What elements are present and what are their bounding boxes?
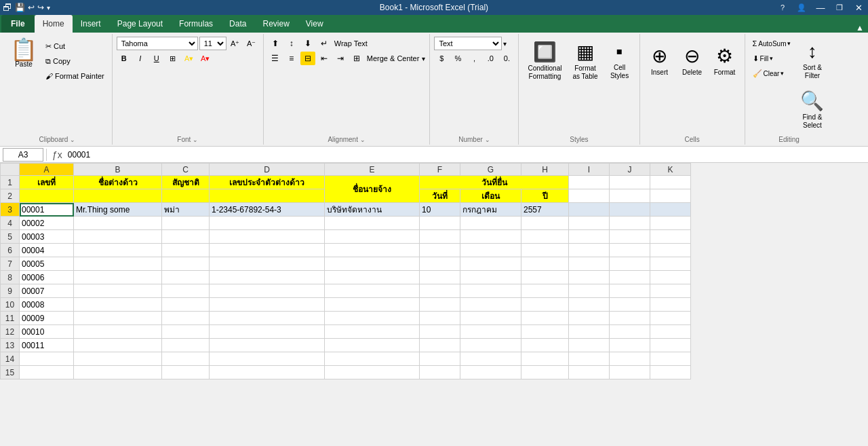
increase-font-btn[interactable]: A⁺: [228, 37, 243, 50]
comma-btn[interactable]: ,: [467, 52, 481, 65]
conditional-formatting-btn[interactable]: 🔲 ConditionalFormatting: [523, 37, 566, 84]
cell-E4[interactable]: [325, 217, 420, 230]
cell-G13[interactable]: [460, 339, 521, 352]
format-painter-button[interactable]: 🖌 Format Painter: [42, 69, 108, 83]
cell-B2[interactable]: [74, 189, 162, 203]
cell-K1[interactable]: [650, 176, 691, 189]
cell-E13[interactable]: [325, 339, 420, 352]
cell-F15[interactable]: [420, 366, 460, 379]
cell-C4[interactable]: [162, 217, 210, 230]
cell-G8[interactable]: [460, 271, 521, 284]
cell-K2[interactable]: [650, 189, 691, 203]
cell-H13[interactable]: [521, 339, 569, 352]
tab-view[interactable]: View: [298, 15, 332, 33]
cell-FGH1[interactable]: วันที่ยื่น: [420, 176, 569, 189]
cell-D8[interactable]: [210, 271, 325, 284]
qat-save[interactable]: 💾: [15, 3, 25, 12]
paste-button[interactable]: 📋 Paste: [7, 37, 41, 70]
clipboard-expand[interactable]: ⌄: [70, 136, 75, 143]
cell-A7[interactable]: 00005: [20, 257, 74, 271]
col-header-K[interactable]: K: [650, 164, 691, 176]
cell-C7[interactable]: [162, 257, 210, 271]
cell-D5[interactable]: [210, 230, 325, 244]
signin-icon[interactable]: 👤: [792, 0, 811, 15]
alignment-expand[interactable]: ⌄: [360, 136, 366, 143]
cell-B4[interactable]: [74, 217, 162, 230]
col-header-I[interactable]: I: [569, 164, 610, 176]
cell-H10[interactable]: [521, 298, 569, 312]
cell-E7[interactable]: [325, 257, 420, 271]
cell-D4[interactable]: [210, 217, 325, 230]
cell-H11[interactable]: [521, 312, 569, 325]
cell-I4[interactable]: [569, 217, 610, 230]
col-header-F[interactable]: F: [420, 164, 460, 176]
decrease-indent-btn[interactable]: ⇤: [317, 52, 332, 65]
cell-I15[interactable]: [569, 366, 610, 379]
cell-K6[interactable]: [650, 244, 691, 257]
cell-A8[interactable]: 00006: [20, 271, 74, 284]
cell-B15[interactable]: [74, 366, 162, 379]
cell-K10[interactable]: [650, 298, 691, 312]
col-header-C[interactable]: C: [162, 164, 210, 176]
cell-B6[interactable]: [74, 244, 162, 257]
formula-input[interactable]: [68, 148, 865, 162]
cell-F8[interactable]: [420, 271, 460, 284]
cell-E5[interactable]: [325, 230, 420, 244]
cell-A15[interactable]: [20, 366, 74, 379]
cell-J9[interactable]: [610, 284, 650, 298]
number-format-arrow[interactable]: ▾: [503, 40, 507, 48]
sort-filter-btn[interactable]: ↕ Sort &Filter: [795, 37, 829, 84]
decrease-font-btn[interactable]: A⁻: [244, 37, 259, 50]
cell-I9[interactable]: [569, 284, 610, 298]
cell-styles-btn[interactable]: ▪ CellStyles: [604, 37, 635, 84]
cell-D2[interactable]: [210, 189, 325, 203]
cell-D6[interactable]: [210, 244, 325, 257]
cell-A1[interactable]: เลขที่: [20, 176, 74, 189]
cell-H3[interactable]: 2557: [521, 203, 569, 217]
tab-home[interactable]: Home: [35, 15, 73, 33]
cell-D10[interactable]: [210, 298, 325, 312]
cell-H14[interactable]: [521, 352, 569, 366]
tab-file[interactable]: File: [1, 15, 35, 33]
cell-C3[interactable]: พม่า: [162, 203, 210, 217]
cell-G6[interactable]: [460, 244, 521, 257]
cell-I7[interactable]: [569, 257, 610, 271]
cell-C5[interactable]: [162, 230, 210, 244]
cell-I10[interactable]: [569, 298, 610, 312]
cell-E9[interactable]: [325, 284, 420, 298]
cell-I11[interactable]: [569, 312, 610, 325]
cell-J6[interactable]: [610, 244, 650, 257]
cell-reference-input[interactable]: [3, 148, 43, 162]
cell-F11[interactable]: [420, 312, 460, 325]
cell-J15[interactable]: [610, 366, 650, 379]
cell-J13[interactable]: [610, 339, 650, 352]
align-middle-btn[interactable]: ↕: [284, 37, 299, 50]
cell-D9[interactable]: [210, 284, 325, 298]
col-header-H[interactable]: H: [521, 164, 569, 176]
cell-J8[interactable]: [610, 271, 650, 284]
decrease-decimal-btn[interactable]: .0: [483, 52, 498, 65]
cell-H5[interactable]: [521, 230, 569, 244]
cell-A11[interactable]: 00009: [20, 312, 74, 325]
clear-arrow[interactable]: ▾: [781, 70, 784, 77]
cell-H7[interactable]: [521, 257, 569, 271]
merge-center-arrow[interactable]: ▾: [422, 55, 425, 62]
wrap-text-btn[interactable]: ↵: [317, 37, 332, 50]
qat-redo[interactable]: ↪: [37, 3, 44, 12]
bold-btn[interactable]: B: [117, 52, 132, 65]
cell-C8[interactable]: [162, 271, 210, 284]
cell-F3[interactable]: 10: [420, 203, 460, 217]
cell-B3[interactable]: Mr.Thing some: [74, 203, 162, 217]
cell-I13[interactable]: [569, 339, 610, 352]
italic-btn[interactable]: I: [133, 52, 148, 65]
cell-D12[interactable]: [210, 325, 325, 339]
minimize-btn[interactable]: —: [811, 0, 830, 15]
cell-H4[interactable]: [521, 217, 569, 230]
cell-G7[interactable]: [460, 257, 521, 271]
cell-C15[interactable]: [162, 366, 210, 379]
number-expand[interactable]: ⌄: [485, 136, 490, 143]
cell-H12[interactable]: [521, 325, 569, 339]
function-icon[interactable]: ƒx: [50, 149, 65, 160]
cell-C6[interactable]: [162, 244, 210, 257]
cell-H9[interactable]: [521, 284, 569, 298]
